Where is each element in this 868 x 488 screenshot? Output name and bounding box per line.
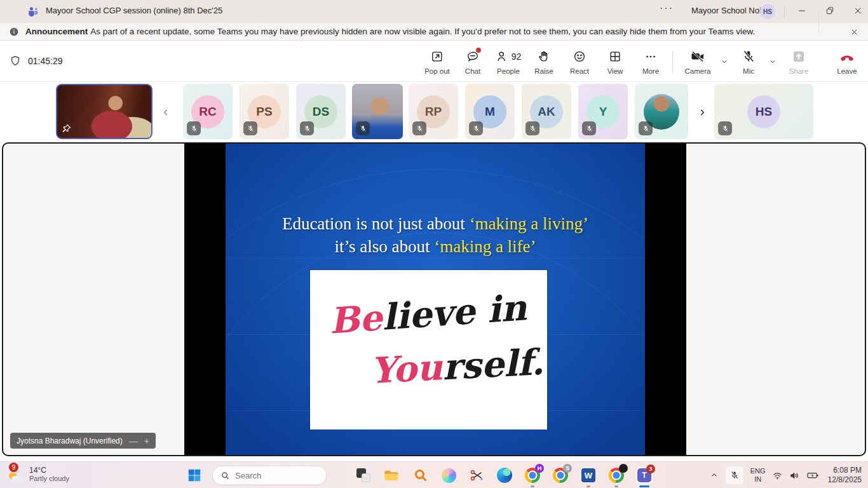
folder-icon <box>383 467 400 484</box>
react-button[interactable]: React <box>562 43 597 80</box>
word-button[interactable]: W <box>580 466 597 484</box>
start-button[interactable] <box>187 468 202 483</box>
participant-tile-video[interactable] <box>352 84 403 139</box>
mic-muted-icon <box>639 121 653 135</box>
banner-close-button[interactable] <box>848 25 860 38</box>
participant-tile[interactable]: RP <box>409 84 458 139</box>
strip-scroll-right-button[interactable] <box>694 104 710 121</box>
camera-dropdown-button[interactable] <box>717 43 732 80</box>
participant-tile[interactable]: RC <box>183 84 233 139</box>
participant-tile[interactable]: PS <box>240 84 289 139</box>
weather-icon: 9 <box>5 464 24 484</box>
quote-seg: rself. <box>441 341 545 388</box>
chrome-profile-dark-button[interactable] <box>607 466 625 484</box>
taskbar-search[interactable] <box>212 466 327 485</box>
copilot-icon <box>442 468 456 483</box>
people-count: 92 <box>512 51 522 62</box>
participant-tile[interactable]: HS <box>714 84 813 139</box>
search-input[interactable] <box>235 471 311 480</box>
restore-icon <box>825 6 835 16</box>
view-button[interactable]: View <box>597 43 633 80</box>
meeting-timer: 01:45:29 <box>9 55 63 67</box>
strip-scroll-left-button[interactable] <box>158 104 174 121</box>
chevron-down-icon <box>769 58 776 65</box>
participant-tile[interactable]: M <box>465 84 515 139</box>
participant-tile-photo[interactable] <box>635 84 688 139</box>
file-explorer-button[interactable] <box>383 466 400 484</box>
search-icon <box>220 471 230 480</box>
chrome-profile-badge: H <box>535 464 544 473</box>
believe-quote-card: Believe in Yourself. <box>310 270 547 430</box>
leave-call-icon <box>839 48 855 65</box>
participant-tile[interactable]: AK <box>522 84 571 139</box>
camera-label: Camera <box>685 67 711 75</box>
participant-tile[interactable]: DS <box>296 84 346 139</box>
titlebar-more-button[interactable]: ··· <box>660 3 674 14</box>
weather-text: 14°C Partly cloudy <box>29 466 69 482</box>
raise-hand-button[interactable]: Raise <box>526 43 562 80</box>
language-indicator[interactable]: ENG IN <box>750 467 766 484</box>
weather-temperature: 14°C <box>29 466 69 475</box>
snipping-tool-button[interactable] <box>468 466 485 484</box>
presenter-name-pill: Jyotsna Bharadwaj (Unverified) — + <box>10 433 156 449</box>
mic-muted-icon <box>412 121 426 135</box>
avatar-initials: PS <box>256 105 272 119</box>
slide-heading-line1: Education is not just about ‘making a li… <box>226 212 645 235</box>
participant-tile[interactable]: Y <box>578 84 628 139</box>
info-icon <box>9 27 19 37</box>
clock[interactable]: 6:08 PM 12/8/2025 <box>828 466 862 485</box>
mic-dropdown-button[interactable] <box>765 43 780 80</box>
copilot-button[interactable] <box>440 466 458 484</box>
teams-taskbar-button[interactable]: T 3 <box>635 466 653 484</box>
account-avatar[interactable]: HS <box>760 4 775 19</box>
heading-highlight: ‘making a life’ <box>434 237 536 256</box>
chat-label: Chat <box>465 67 480 75</box>
chat-button[interactable]: Chat <box>455 43 491 80</box>
tray-mic-muted-button[interactable] <box>725 466 744 485</box>
battery-button[interactable] <box>806 469 819 482</box>
share-label: Share <box>789 67 809 75</box>
people-icon <box>496 50 510 64</box>
wifi-button[interactable] <box>772 470 783 481</box>
share-icon <box>791 49 806 64</box>
chrome-profile-s-button[interactable]: S <box>552 466 569 484</box>
raise-label: Raise <box>534 67 553 75</box>
search-app-button[interactable] <box>412 466 430 484</box>
weather-widget[interactable]: 9 14°C Partly cloudy <box>5 464 69 484</box>
close-icon <box>853 6 863 16</box>
people-button[interactable]: 92 People <box>491 43 526 80</box>
mic-off-icon <box>729 470 740 480</box>
window-titlebar: Mayoor School CGP session (online) 8th D… <box>0 0 868 23</box>
view-label: View <box>607 67 623 75</box>
mic-muted-icon <box>356 121 370 135</box>
close-button[interactable] <box>844 0 868 22</box>
share-button: Share <box>780 43 817 80</box>
chrome-profile-h-button[interactable]: H <box>524 466 541 484</box>
participant-tile-pinned-video[interactable] <box>56 84 153 139</box>
word-icon: W <box>581 468 595 482</box>
minimize-button[interactable] <box>788 0 816 22</box>
leave-button[interactable]: Leave <box>826 43 868 80</box>
avatar-initials: AK <box>538 105 555 119</box>
mic-off-icon <box>741 49 756 64</box>
chevron-down-icon <box>721 58 728 65</box>
battery-charging-icon <box>806 469 819 482</box>
slide-heading: Education is not just about ‘making a li… <box>226 212 645 258</box>
wifi-icon <box>772 470 783 481</box>
popout-button[interactable]: Pop out <box>419 43 455 80</box>
task-view-button[interactable] <box>355 466 372 484</box>
zoom-out-button[interactable]: — <box>129 436 138 446</box>
edge-button[interactable] <box>496 466 513 484</box>
tray-expand-button[interactable] <box>710 471 719 480</box>
more-button[interactable]: More <box>633 43 668 80</box>
pin-icon <box>61 123 72 134</box>
account-name[interactable]: Mayoor School Noida <box>691 6 770 15</box>
restore-button[interactable] <box>816 0 844 22</box>
titlebar-divider <box>784 5 785 18</box>
mic-button[interactable]: Mic <box>732 43 765 80</box>
edge-icon <box>497 468 512 483</box>
camera-button[interactable]: Camera <box>679 43 717 80</box>
zoom-in-button[interactable]: + <box>144 436 149 446</box>
avatar-initials: Y <box>599 105 607 119</box>
volume-button[interactable] <box>789 470 800 481</box>
